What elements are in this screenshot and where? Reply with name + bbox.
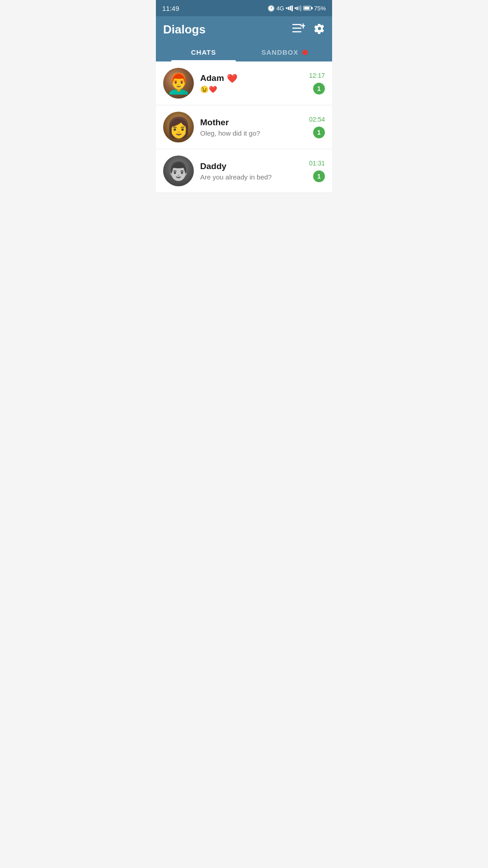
chat-content-adam: Adam ❤️ 😉❤️ xyxy=(200,73,305,94)
chat-name-adam: Adam ❤️ xyxy=(200,73,305,84)
chat-content-mother: Mother Oleg, how did it go? xyxy=(200,118,305,137)
chat-list: Adam ❤️ 😉❤️ 12:17 1 Mother Oleg, how did… xyxy=(156,61,332,193)
page-title: Dialogs xyxy=(163,23,206,37)
battery-icon xyxy=(303,6,311,10)
chat-time-daddy: 01:31 xyxy=(309,160,325,167)
chat-content-daddy: Daddy Are you already in bed? xyxy=(200,161,305,181)
signal-icon xyxy=(286,5,293,11)
svg-rect-1 xyxy=(292,28,301,29)
signal-x-icon xyxy=(295,5,301,11)
chat-meta-adam: 12:17 1 xyxy=(309,72,325,94)
network-label: 4G xyxy=(277,5,284,12)
chat-preview-mother: Oleg, how did it go? xyxy=(200,129,305,137)
tab-sandbox[interactable]: SANDBOX xyxy=(244,43,325,61)
chat-meta-mother: 02:54 1 xyxy=(309,116,325,138)
chat-meta-daddy: 01:31 1 xyxy=(309,160,325,182)
tabs: CHATS SANDBOX xyxy=(163,43,325,61)
chat-preview-daddy: Are you already in bed? xyxy=(200,173,305,181)
chat-item-mother[interactable]: Mother Oleg, how did it go? 02:54 1 xyxy=(156,105,332,149)
svg-rect-0 xyxy=(292,24,301,25)
new-chat-button[interactable] xyxy=(292,24,305,36)
battery-percent: 75% xyxy=(314,5,326,12)
chat-time-mother: 02:54 xyxy=(309,116,325,123)
settings-button[interactable] xyxy=(314,23,325,37)
sandbox-notification-dot xyxy=(302,50,308,55)
header: Dialogs CHATS SANDBOX xyxy=(156,16,332,61)
avatar-daddy xyxy=(163,156,194,186)
chat-time-adam: 12:17 xyxy=(309,72,325,79)
chat-item-daddy[interactable]: Daddy Are you already in bed? 01:31 1 xyxy=(156,149,332,193)
svg-rect-2 xyxy=(292,31,301,33)
avatar-adam xyxy=(163,68,194,99)
tab-chats[interactable]: CHATS xyxy=(163,43,244,61)
clock-icon: 🕐 xyxy=(267,5,275,12)
chat-name-daddy: Daddy xyxy=(200,161,305,171)
status-icons: 🕐 4G 75% xyxy=(267,5,326,12)
chat-item-adam[interactable]: Adam ❤️ 😉❤️ 12:17 1 xyxy=(156,61,332,105)
status-time: 11:49 xyxy=(162,5,179,12)
chat-badge-adam: 1 xyxy=(313,83,325,94)
header-actions xyxy=(292,23,325,37)
chat-name-emoji-adam: ❤️ xyxy=(227,73,238,84)
chat-badge-mother: 1 xyxy=(313,127,325,138)
status-bar: 11:49 🕐 4G 75% xyxy=(156,0,332,16)
avatar-mother xyxy=(163,112,194,142)
chat-badge-daddy: 1 xyxy=(313,170,325,182)
chat-name-mother: Mother xyxy=(200,118,305,127)
chat-preview-adam: 😉❤️ xyxy=(200,85,305,94)
